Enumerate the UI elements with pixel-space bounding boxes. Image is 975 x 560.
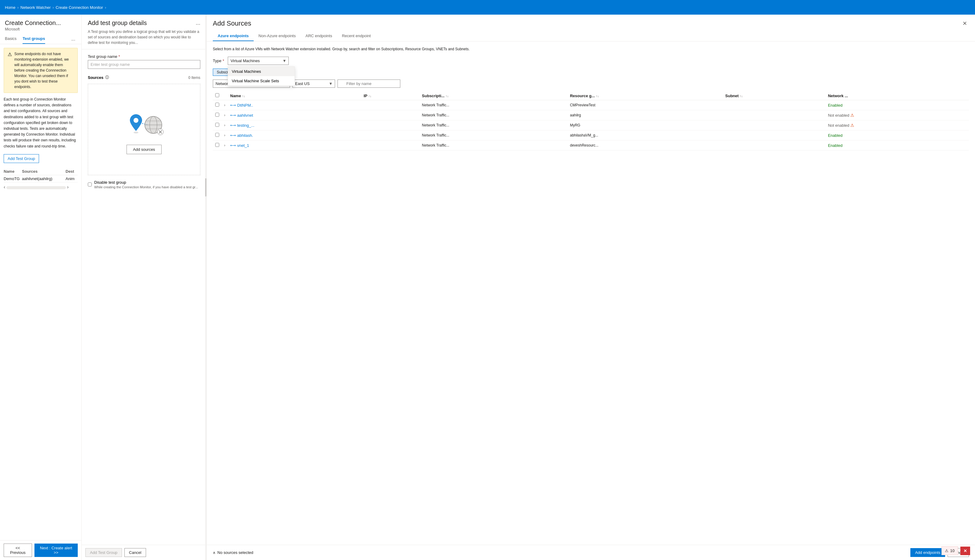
middle-scrollbar[interactable] — [205, 15, 206, 560]
middle-more-button[interactable]: ... — [196, 20, 200, 26]
th-resource-group[interactable]: Resource g... ↑↓ — [568, 92, 723, 100]
breadcrumb-network-watcher[interactable]: Network Watcher — [20, 5, 51, 10]
test-group-name-input[interactable] — [88, 60, 200, 69]
row-subscription-1: Network Traffic... — [419, 110, 568, 120]
left-header: Create Connection... Microsoft — [0, 15, 82, 34]
sort-subnet-icon: ↑↓ — [740, 95, 743, 98]
vm-icon-1: ⟷ — [230, 113, 236, 118]
table-row[interactable]: › ⟷ testing_... Network Traffic... MyRG … — [213, 120, 969, 130]
table-row[interactable]: › ⟷ DtlNPM.. Network Traffic... CMPrevie… — [213, 100, 969, 110]
empty-sources-area: Add sources — [88, 84, 200, 175]
left-tabs: Basics Test groups ... — [0, 34, 82, 44]
tab-test-groups[interactable]: Test groups — [23, 34, 45, 44]
th-subscription[interactable]: Subscripti... ↑↓ — [419, 92, 568, 100]
vm-link-0[interactable]: ⟷ DtlNPM.. — [230, 103, 359, 108]
breadcrumb-home[interactable]: Home — [5, 5, 15, 10]
close-error-button[interactable]: ✕ — [960, 547, 970, 555]
left-title: Create Connection... — [5, 20, 77, 27]
row-checkbox-0[interactable] — [215, 103, 219, 107]
warn-icon-1: ⚠ — [850, 113, 854, 118]
tab-azure-endpoints[interactable]: Azure endpoints — [213, 31, 254, 41]
groupby-row: Subscription Resource grou — [213, 68, 969, 76]
dropdown-item-vmss[interactable]: Virtual Machine Scale Sets — [228, 76, 294, 86]
right-tabs: Azure endpoints Non-Azure endpoints ARC … — [213, 31, 969, 41]
dropdown-item-vm[interactable]: Virtual Machines — [228, 67, 294, 76]
middle-content: Test group name * Sources ⓘ 0 Items — [82, 49, 206, 545]
row-checkbox-cell — [213, 140, 222, 150]
expand-cell-4[interactable]: › — [222, 140, 228, 150]
th-ip[interactable]: IP ↑↓ — [361, 92, 419, 100]
middle-header: Add test group details ... A Test group … — [82, 15, 206, 49]
vm-link-1[interactable]: ⟷ aahilvnet — [230, 113, 359, 118]
region-select[interactable]: East US — [292, 80, 335, 88]
table-row[interactable]: › ⟷ abhilash. Network Traffic... abhilas… — [213, 130, 969, 140]
add-endpoints-button[interactable]: Add endpoints — [910, 548, 945, 557]
add-test-group-button[interactable]: Add Test Group — [4, 154, 39, 163]
error-count: 10 — [950, 548, 955, 553]
warning-icon: ⚠ — [8, 52, 12, 90]
previous-button[interactable]: << Previous — [4, 543, 32, 557]
select-all-checkbox[interactable] — [215, 93, 219, 97]
vm-link-3[interactable]: ⟷ abhilash. — [230, 133, 359, 138]
left-footer: << Previous Next : Create alert >> — [0, 540, 82, 560]
add-test-group-disabled-button: Add Test Group — [85, 548, 122, 557]
scroll-left-arrow[interactable]: ‹ — [4, 184, 5, 190]
expand-cell-2[interactable]: › — [222, 120, 228, 130]
th-name[interactable]: Name ↑↓ — [228, 92, 361, 100]
row-network-status-3: Enabled — [826, 130, 969, 140]
expand-cell-3[interactable]: › — [222, 130, 228, 140]
disable-group-row: Disable test group While creating the Co… — [88, 180, 200, 189]
warn-icon-2: ⚠ — [850, 123, 854, 128]
row-network-status-2: Not enabled ⚠ — [826, 120, 969, 130]
svg-point-0 — [134, 132, 139, 133]
row-resource-group-2: MyRG — [568, 120, 723, 130]
vm-link-2[interactable]: ⟷ testing_... — [230, 123, 359, 128]
scroll-right-arrow[interactable]: › — [67, 184, 68, 190]
row-name-2: ⟷ testing_... — [228, 120, 361, 130]
tab-recent-endpoint[interactable]: Recent endpoint — [337, 31, 376, 41]
cancel-middle-button[interactable]: Cancel — [124, 548, 146, 557]
vm-link-4[interactable]: ⟷ vnet_1 — [230, 143, 359, 148]
breadcrumb-create-connection-monitor[interactable]: Create Connection Monitor — [56, 5, 103, 10]
table-row[interactable]: › ⟷ vnet_1 Network Traffic... deveshReso… — [213, 140, 969, 150]
disable-test-group-checkbox[interactable] — [88, 183, 92, 187]
row-name-4: ⟷ vnet_1 — [228, 140, 361, 150]
row-checkbox-4[interactable] — [215, 143, 219, 147]
row-checkbox-cell — [213, 130, 222, 140]
left-more-button[interactable]: ... — [70, 35, 77, 43]
row-checkbox-3[interactable] — [215, 133, 219, 137]
info-text: Each test group in Connection Monitor de… — [4, 97, 78, 149]
row-checkbox-1[interactable] — [215, 113, 219, 117]
expand-cell-1[interactable]: › — [222, 110, 228, 120]
row-ip-3 — [361, 130, 419, 140]
warning-box: ⚠ Some endpoints do not have monitoring … — [4, 48, 78, 93]
tab-arc-endpoints[interactable]: ARC endpoints — [301, 31, 337, 41]
svg-point-1 — [134, 118, 139, 123]
th-network: Network ... — [826, 92, 969, 100]
row-checkbox-cell — [213, 110, 222, 120]
row-resource-group-1: aahilrg — [568, 110, 723, 120]
sort-ip-icon: ↑↓ — [368, 95, 371, 98]
warning-badge-icon: ⚠ — [945, 548, 948, 553]
tg-scroll-hint — [7, 186, 65, 189]
right-title: Add Sources — [213, 20, 251, 27]
type-select[interactable]: Virtual MachinesVirtual Machine Scale Se… — [228, 57, 289, 65]
add-sources-button[interactable]: Add sources — [127, 145, 161, 154]
table-row[interactable]: › ⟷ aahilvnet Network Traffic... aahilrg… — [213, 110, 969, 120]
table-row[interactable]: DemoTG aahilvnet(aahilrg) Anim — [4, 175, 78, 183]
disable-group-desc: While creating the Connection Monitor, i… — [94, 185, 198, 189]
top-bar: Home › Network Watcher › Create Connecti… — [0, 0, 975, 15]
tab-basics[interactable]: Basics — [5, 34, 17, 44]
filter-by-name-input[interactable] — [337, 80, 400, 88]
expand-cell-0[interactable]: › — [222, 100, 228, 110]
next-button[interactable]: Next : Create alert >> — [35, 543, 78, 557]
vm-icon-0: ⟷ — [230, 103, 236, 108]
warning-text: Some endpoints do not have monitoring ex… — [14, 51, 74, 90]
close-button[interactable]: ✕ — [961, 20, 969, 27]
row-name-0: ⟷ DtlNPM.. — [228, 100, 361, 110]
tab-non-azure-endpoints[interactable]: Non-Azure endpoints — [254, 31, 301, 41]
th-subnet[interactable]: Subnet ↑↓ — [723, 92, 826, 100]
scrollbar-thumb — [205, 178, 206, 197]
row-checkbox-2[interactable] — [215, 123, 219, 127]
vm-icon-4: ⟷ — [230, 143, 236, 148]
